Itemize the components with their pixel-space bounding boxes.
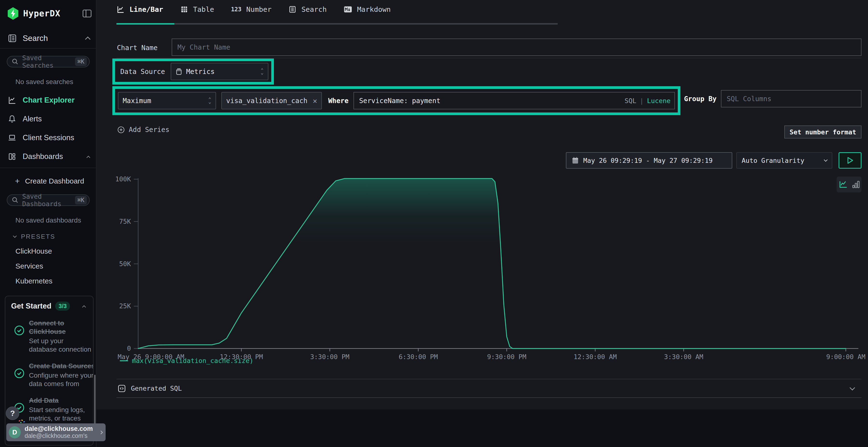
hyperdx-chart-explorer-app: { "sidebar": { "logo_title": "HyperDX", … [0, 0, 868, 447]
data-source-value: Metrics [186, 68, 215, 76]
sidebar-scrollbar[interactable] [94, 375, 95, 426]
svg-text:3:30:00 AM: 3:30:00 AM [664, 353, 703, 360]
tab-label: Markdown [357, 5, 391, 13]
sidebar-item-alerts[interactable]: Alerts [0, 115, 96, 123]
get-started-item-title: Create Data Sources [29, 362, 94, 370]
chart-legend: max(visa_validation_cache.size) [120, 357, 253, 365]
no-saved-searches-note: No saved searches [16, 78, 96, 86]
query-language-toggle: SQL | Lucene [624, 92, 671, 109]
tab-search[interactable]: Search [288, 5, 327, 13]
date-range-value: May 26 09:29:19 - May 27 09:29:19 [583, 157, 712, 164]
search-list-icon [288, 5, 297, 13]
sidebar-collapse-button[interactable] [83, 9, 92, 18]
database-icon [176, 68, 182, 75]
generated-sql-section[interactable]: Generated SQL [117, 379, 862, 398]
get-started-item-desc: Configure where your data comes from [29, 371, 94, 388]
sidebar-item-label: Alerts [23, 115, 90, 123]
get-started-header[interactable]: Get Started 3/3 [11, 302, 87, 311]
code-icon [117, 384, 126, 393]
svg-text:25K: 25K [119, 302, 131, 310]
saved-searches-placeholder: Saved Searches [22, 54, 75, 69]
legend-line-swatch [120, 360, 128, 361]
check-circle-icon [14, 325, 25, 353]
sidebar-section-search[interactable]: Search [0, 34, 96, 43]
svg-text:6:30:00 PM: 6:30:00 PM [399, 353, 438, 360]
get-started-item-connect[interactable]: Connect to ClickHouse Set up your databa… [11, 319, 87, 353]
group-by-input[interactable] [721, 90, 862, 107]
chart-explorer-icon [8, 96, 17, 105]
get-started-item-sources[interactable]: Create Data Sources Configure where your… [11, 362, 87, 388]
no-saved-dashboards-note: No saved dashboards [16, 216, 96, 224]
tab-label: Number [246, 5, 272, 13]
data-source-select[interactable]: Metrics ⌃⌃ [171, 63, 268, 80]
tab-table[interactable]: Table [180, 5, 214, 13]
aggregation-select[interactable]: Maximum ⌃⌃ [118, 92, 216, 109]
get-started-item-desc: Start sending logs, metrics, or traces [29, 406, 94, 422]
sidebar-item-chart-explorer[interactable]: Chart Explorer [0, 96, 96, 105]
chevron-down-icon [13, 234, 17, 238]
svg-text:100K: 100K [115, 175, 131, 183]
close-icon[interactable]: ✕ [313, 97, 317, 105]
chevron-up-icon [82, 305, 86, 309]
saved-dashboards-input[interactable]: Saved Dashboards ⌘K [7, 194, 90, 206]
preset-item-services[interactable]: Services [16, 262, 96, 270]
tab-number[interactable]: 123 Number [231, 5, 272, 13]
saved-searches-input[interactable]: Saved Searches ⌘K [7, 56, 90, 67]
search-doc-icon [8, 34, 17, 43]
set-number-format-button[interactable]: Set number format [784, 126, 862, 138]
number-123-icon: 123 [231, 6, 241, 13]
generated-sql-label: Generated SQL [131, 385, 850, 392]
tab-markdown[interactable]: Markdown [344, 5, 391, 13]
metric-tag[interactable]: visa_validation_cach ✕ [221, 92, 322, 109]
sql-toggle[interactable]: SQL [624, 97, 636, 105]
data-source-label: Data Source [120, 68, 165, 76]
granularity-select[interactable]: Auto Granularity [736, 152, 832, 169]
svg-text:12:30:00 AM: 12:30:00 AM [574, 353, 617, 360]
bell-icon [8, 115, 17, 123]
add-series-label: Add Series [129, 126, 169, 134]
help-button[interactable]: ? [6, 407, 19, 420]
lucene-toggle[interactable]: Lucene [647, 97, 671, 105]
where-input-wrap: SQL | Lucene [353, 92, 675, 109]
main-content: Line/Bar Table 123 Number Search Markdow… [96, 0, 868, 447]
user-email: dale@clickhouse.com [25, 425, 100, 433]
cmd-k-shortcut: ⌘K [75, 196, 87, 204]
chart-name-label: Chart Name [117, 44, 158, 52]
add-series-button[interactable]: Add Series [117, 126, 169, 134]
sidebar-item-client-sessions[interactable]: Client Sessions [0, 133, 96, 142]
create-dashboard-label: Create Dashboard [25, 177, 84, 185]
visualization-tabs: Line/Bar Table 123 Number Search Markdow… [117, 5, 391, 13]
check-circle-icon [14, 368, 25, 388]
presets-label: PRESETS [21, 233, 55, 240]
svg-text:9:00:00 AM: 9:00:00 AM [826, 353, 866, 360]
search-icon [11, 197, 19, 204]
svg-text:3:30:00 PM: 3:30:00 PM [310, 353, 350, 360]
create-dashboard-button[interactable]: + Create Dashboard [15, 176, 96, 186]
sidebar-item-label: Client Sessions [23, 133, 90, 142]
presets-header[interactable]: PRESETS [13, 233, 96, 240]
date-range-picker[interactable]: May 26 09:29:19 - May 27 09:29:19 [566, 152, 732, 169]
series-highlight-box: Maximum ⌃⌃ visa_validation_cach ✕ Where … [112, 86, 680, 115]
laptop-icon [8, 133, 17, 142]
get-started-badge: 3/3 [55, 302, 70, 311]
app-title: HyperDX [23, 9, 83, 18]
preset-item-kubernetes[interactable]: Kubernetes [16, 277, 96, 285]
active-tab-indicator [117, 23, 174, 25]
legend-series-label: max(visa_validation_cache.size) [132, 357, 253, 365]
where-label: Where [328, 97, 348, 105]
calendar-icon [572, 157, 579, 164]
table-icon [180, 5, 188, 13]
chart-name-input[interactable] [172, 38, 862, 56]
chevron-up-icon [87, 156, 90, 160]
sidebar-divider [0, 168, 96, 168]
tab-label: Line/Bar [129, 5, 163, 13]
timeseries-chart[interactable]: 025K50K75K100KMay 26 9:00:00 AM12:30:00 … [96, 169, 868, 364]
svg-text:50K: 50K [119, 260, 131, 268]
tab-line-bar[interactable]: Line/Bar [117, 5, 163, 13]
user-menu[interactable]: D dale@clickhouse.com dale@clickhouse.co… [6, 423, 105, 441]
run-query-button[interactable] [839, 152, 862, 169]
avatar: D [9, 426, 21, 438]
preset-item-clickhouse[interactable]: ClickHouse [16, 247, 96, 255]
sidebar-item-dashboards[interactable]: Dashboards [0, 152, 96, 161]
get-started-item-add-data[interactable]: Add Data Start sending logs, metrics, or… [11, 396, 87, 422]
